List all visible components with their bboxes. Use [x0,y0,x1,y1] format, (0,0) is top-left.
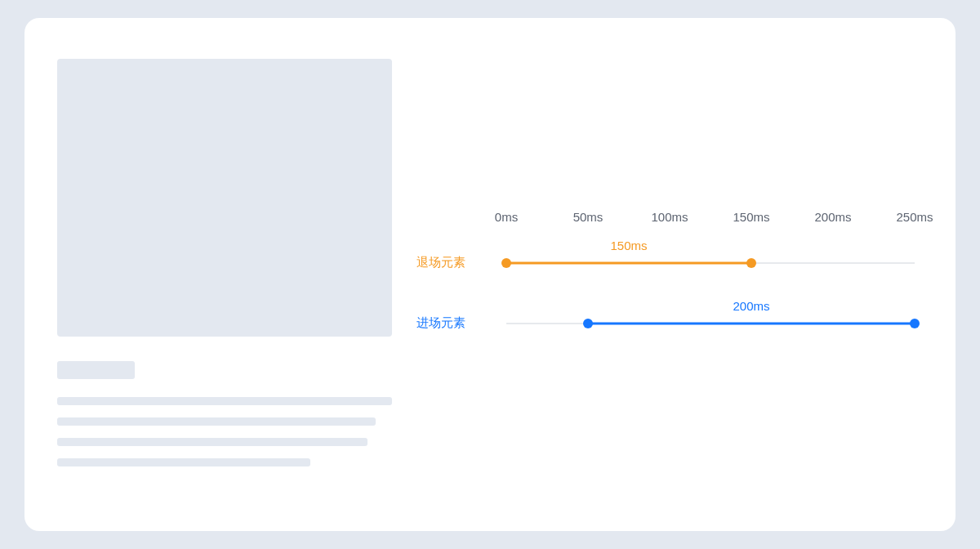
axis-tick: 50ms [573,210,604,224]
text-line-placeholder [57,438,368,446]
exit-end-dot [746,258,756,268]
left-mock-pane [24,18,400,531]
exit-bar [506,261,751,264]
axis-tick: 250ms [896,210,933,224]
text-line-placeholder [57,458,310,466]
enter-duration-label: 200ms [733,299,769,313]
enter-end-dot [910,319,920,328]
timeline-track: 150ms [506,257,915,270]
exit-duration-label: 150ms [610,239,647,252]
text-line-placeholder [57,417,376,426]
exit-start-dot [501,258,511,268]
enter-bar [588,322,915,324]
title-placeholder [57,361,135,379]
diagram-card: 0ms 50ms 100ms 150ms 200ms 250ms 退场元素 15… [24,18,956,531]
timeline-pane: 0ms 50ms 100ms 150ms 200ms 250ms 退场元素 15… [400,18,956,531]
text-line-placeholder [57,397,392,405]
timeline-row-exit: 退场元素 150ms [416,255,915,270]
enter-start-dot [583,319,593,328]
image-placeholder [57,59,392,337]
axis-tick: 100ms [651,210,688,224]
timeline-area: 0ms 50ms 100ms 150ms 200ms 250ms 退场元素 15… [416,210,915,331]
row-label-exit: 退场元素 [416,255,506,270]
timeline-row-enter: 进场元素 200ms [416,315,915,331]
axis-tick: 150ms [733,210,769,224]
axis-tick: 0ms [495,210,518,224]
text-placeholder-group [57,397,376,479]
axis-tick: 200ms [814,210,851,224]
timeline-track: 200ms [506,317,915,330]
row-label-enter: 进场元素 [416,315,506,331]
